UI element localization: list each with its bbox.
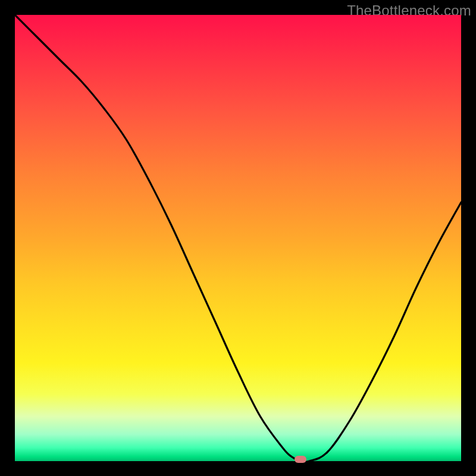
plot-area bbox=[15, 15, 461, 461]
bottleneck-curve bbox=[15, 15, 461, 461]
chart-canvas: TheBottleneck.com bbox=[0, 0, 476, 476]
optimal-marker bbox=[295, 456, 306, 463]
